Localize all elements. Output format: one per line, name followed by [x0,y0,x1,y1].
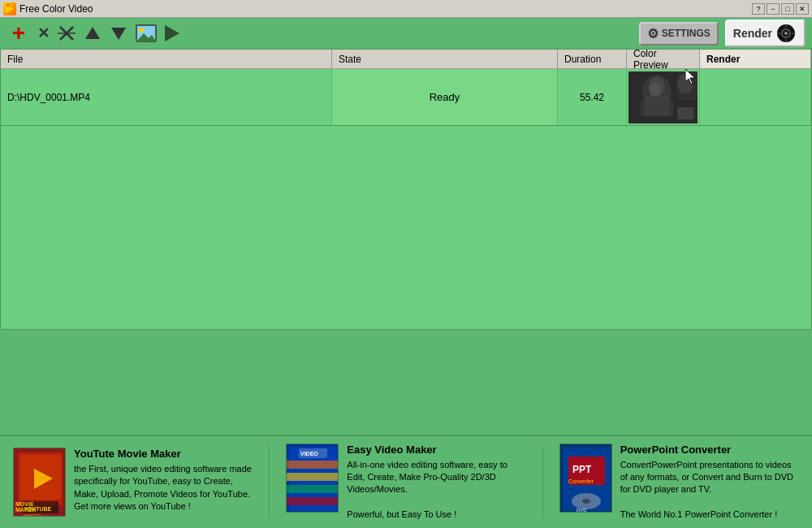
col-header-duration: Duration [558,50,627,68]
close-button[interactable]: ✕ [796,3,809,15]
video-thumbnail [628,71,698,123]
ad-content-youtube: YouTute Movie Maker the First, unique vi… [74,448,253,513]
ad-desc-video: All-in-one video editing software, easy … [347,459,525,522]
ad-thumb-ppt: PPT Converter DVD [559,444,612,513]
arrow-up-icon [84,24,102,42]
duration-cell: 55.42 [558,69,627,125]
render-film-icon [776,24,796,43]
video-thumb-svg: VIDEO [287,444,339,513]
state-value: Ready [417,88,473,106]
ad-desc-youtube: the First, unique video editing software… [74,463,253,513]
preview-button[interactable] [134,23,158,44]
maximize-button[interactable]: □ [781,3,794,15]
ad-powerpoint-converter[interactable]: PPT Converter DVD PowerPoint Converter C… [559,444,799,522]
svg-text:DVD: DVD [577,508,587,513]
ad-title-ppt: PowerPoint Converter [620,444,799,456]
play-icon [165,25,179,41]
svg-marker-6 [111,28,126,40]
play-button[interactable] [163,24,181,43]
remove-all-button[interactable] [56,23,77,44]
svg-rect-35 [287,473,339,481]
table-row[interactable]: D:\HDV_0001.MP4 Ready 55.42 [1,69,811,126]
thumb-svg [628,71,698,123]
title-bar-left: Free Color Video [3,2,93,15]
settings-label: SETTINGS [662,28,710,39]
ad-title-video: Easy Video Maker [347,444,525,456]
title-bar: Free Color Video ? − □ ✕ [0,0,812,18]
move-up-button[interactable] [82,23,103,44]
table-header: File State Duration Color Preview Render [1,50,811,69]
col-header-file: File [1,50,332,68]
col-header-colorpreview: Color Preview [627,50,700,68]
svg-text:MAKER: MAKER [24,513,41,517]
table-body: D:\HDV_0001.MP4 Ready 55.42 [1,69,811,329]
help-button[interactable]: ? [752,3,765,15]
move-down-button[interactable] [108,23,129,44]
svg-point-12 [784,32,788,35]
svg-text:Converter: Converter [568,478,594,484]
svg-rect-34 [287,461,339,469]
col-header-render: Render [700,50,811,68]
thumbnail-image [628,71,698,123]
state-cell: Ready [332,69,558,125]
ad-content-video: Easy Video Maker All-in-one video editin… [347,444,525,522]
toolbar-right: ⚙ SETTINGS Render [639,19,806,47]
ad-divider-2 [542,446,543,519]
arrow-down-icon [110,24,127,42]
svg-point-24 [677,74,693,93]
ad-content-ppt: PowerPoint Converter ConvertPowerPoint p… [620,444,799,522]
ad-image-youtube: YOUTUBE MAKER [14,448,65,516]
remove-all-icon [58,24,76,42]
svg-marker-5 [85,27,100,39]
svg-point-46 [582,499,590,504]
render-cell [700,69,811,125]
col-header-state: State [332,50,558,68]
svg-rect-37 [287,497,339,505]
toolbar-left: + ✕ [6,21,181,45]
add-file-button[interactable]: + [6,21,31,45]
svg-text:YOUTUBE: YOUTUBE [24,506,52,512]
minimize-button[interactable]: − [767,3,780,15]
plus-icon: + [12,22,25,45]
window-controls[interactable]: ? − □ ✕ [752,3,809,15]
toolbar: + ✕ [0,18,812,49]
svg-rect-36 [287,485,339,493]
ad-image-video: VIDEO [287,444,338,512]
ad-desc-ppt: ConvertPowerPoint presentations to video… [620,459,799,522]
svg-point-21 [649,82,662,97]
ad-divider-1 [269,446,270,519]
file-table: File State Duration Color Preview Render… [0,49,812,330]
render-label: Render [733,27,772,40]
app-icon [3,2,16,15]
settings-button[interactable]: ⚙ SETTINGS [639,22,719,45]
render-button[interactable]: Render [725,19,806,47]
svg-text:VIDEO: VIDEO [300,451,318,457]
ppt-thumb-svg: PPT Converter DVD [560,444,612,513]
color-preview-cell[interactable] [627,69,700,125]
svg-point-9 [139,28,144,32]
ads-area: YOUTUBE MAKER YouTute Movie Maker the Fi… [0,435,812,528]
ad-image-ppt: PPT Converter DVD [560,444,611,512]
svg-rect-22 [645,96,669,116]
ad-title-youtube: YouTute Movie Maker [74,448,253,460]
image-icon [136,24,157,42]
remove-button[interactable]: ✕ [36,23,51,44]
youtube-thumb-svg: YOUTUBE MAKER [14,448,66,517]
ad-easy-video-maker[interactable]: VIDEO Easy Video Maker All-in-one video … [286,444,525,522]
x-icon: ✕ [37,24,50,42]
ad-thumb-video: VIDEO [286,444,339,513]
svg-text:PPT: PPT [572,464,592,475]
ad-thumb-youtube: YOUTUBE MAKER [13,448,66,517]
file-cell: D:\HDV_0001.MP4 [1,69,332,125]
svg-rect-1 [6,4,9,6]
ad-youtube-movie-maker[interactable]: YOUTUBE MAKER YouTute Movie Maker the Fi… [13,448,253,517]
app-title: Free Color Video [19,3,93,15]
gear-icon: ⚙ [647,26,659,41]
